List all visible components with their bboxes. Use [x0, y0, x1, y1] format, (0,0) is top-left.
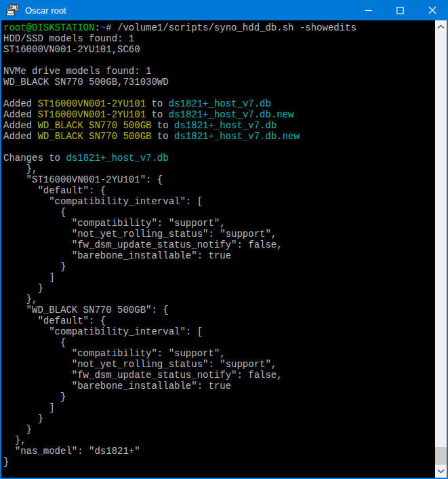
- terminal-line: HDD/SSD models found: 1: [3, 33, 435, 44]
- chevron-up-icon: [437, 24, 445, 29]
- close-icon: [428, 6, 436, 14]
- maximize-button[interactable]: [384, 0, 416, 20]
- terminal-line: "default": {: [3, 185, 435, 196]
- window-controls: [352, 0, 448, 20]
- terminal-line: }: [3, 261, 435, 272]
- terminal-line: {: [3, 207, 435, 218]
- minimize-button[interactable]: [352, 0, 384, 20]
- terminal-line: "barebone_installable": true: [3, 381, 435, 391]
- terminal-line: root@DISKSTATION:~# /volume1/scripts/syn…: [3, 22, 435, 33]
- scroll-down-button[interactable]: [435, 465, 447, 477]
- terminal-line: "fw_dsm_update_status_notify": false,: [3, 370, 435, 381]
- window-body: root@DISKSTATION:~# /volume1/scripts/syn…: [0, 20, 448, 479]
- terminal-line: [3, 55, 435, 66]
- putty-terminal-icon: [5, 3, 19, 17]
- terminal-line: "not_yet_rolling_status": "support",: [3, 359, 435, 370]
- terminal-line: Changes to ds1821+_host_v7.db: [3, 153, 435, 164]
- chevron-down-icon: [437, 469, 445, 474]
- terminal-line: ]: [3, 272, 435, 283]
- terminal-line: "WD_BLACK SN770 500GB": {: [3, 305, 435, 315]
- maximize-icon: [396, 7, 404, 14]
- putty-window: Oscar root root@DISKSTATION:~# /volume1: [0, 0, 448, 479]
- terminal-line: "compatibility": "support",: [3, 348, 435, 359]
- scrollbar-thumb[interactable]: [435, 447, 447, 465]
- terminal-line: "not_yet_rolling_status": "support",: [3, 229, 435, 240]
- terminal-line: "default": {: [3, 315, 435, 326]
- scrollbar[interactable]: [435, 20, 447, 478]
- terminal-line: Added WD_BLACK SN770 500GB to ds1821+_ho…: [3, 120, 435, 131]
- terminal-line: },: [3, 164, 435, 174]
- terminal-line: WD_BLACK SN770 500GB,731030WD: [3, 77, 435, 88]
- terminal-line: "barebone_installable": true: [3, 250, 435, 261]
- terminal-line: Added WD_BLACK SN770 500GB to ds1821+_ho…: [3, 131, 435, 142]
- scroll-up-button[interactable]: [435, 21, 447, 33]
- terminal-line: }: [3, 413, 435, 424]
- terminal-line: "nas_model": "ds1821+": [3, 446, 435, 457]
- terminal-line: [3, 142, 435, 153]
- terminal-line: NVMe drive models found: 1: [3, 66, 435, 77]
- terminal-line: Added ST16000VN001-2YU101 to ds1821+_hos…: [3, 98, 435, 109]
- terminal-line: Added ST16000VN001-2YU101 to ds1821+_hos…: [3, 109, 435, 120]
- terminal-line: }: [3, 457, 435, 467]
- terminal-line: }: [3, 283, 435, 294]
- close-button[interactable]: [416, 0, 448, 20]
- terminal-line: }: [3, 424, 435, 435]
- terminal-line: },: [3, 294, 435, 305]
- terminal-line: }: [3, 391, 435, 402]
- terminal-screen[interactable]: root@DISKSTATION:~# /volume1/scripts/syn…: [1, 20, 435, 478]
- terminal-line: ]: [3, 402, 435, 413]
- terminal-line: "ST16000VN001-2YU101": {: [3, 174, 435, 185]
- putty-app-icon[interactable]: [5, 3, 19, 17]
- title-bar[interactable]: Oscar root: [0, 0, 448, 20]
- terminal-line: [3, 88, 435, 98]
- terminal-line: "fw_dsm_update_status_notify": false,: [3, 240, 435, 250]
- terminal-line: "compatibility_interval": [: [3, 326, 435, 337]
- terminal-line: "compatibility_interval": [: [3, 196, 435, 207]
- terminal-line: "compatibility": "support",: [3, 218, 435, 229]
- terminal-line: ST16000VN001-2YU101,SC60: [3, 44, 435, 55]
- window-title: Oscar root: [25, 5, 352, 16]
- minimize-icon: [365, 7, 372, 14]
- terminal-line: {: [3, 337, 435, 348]
- terminal-line: },: [3, 435, 435, 446]
